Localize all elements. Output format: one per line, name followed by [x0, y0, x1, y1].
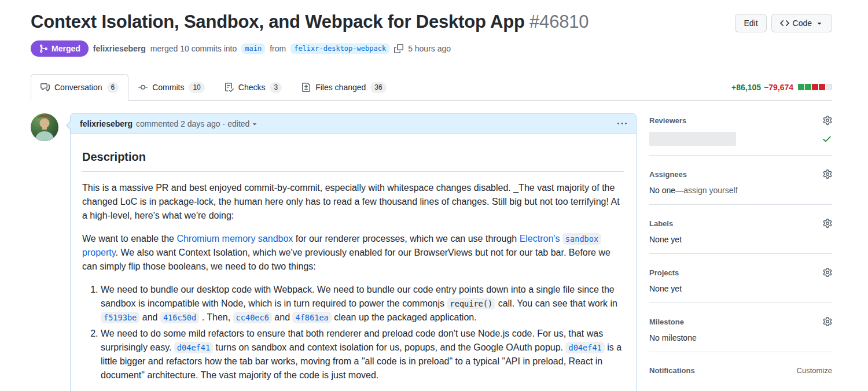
file-diff-icon [301, 83, 311, 92]
diff-block-del [819, 84, 825, 90]
tab-counter: 36 [370, 82, 386, 93]
git-commit-icon [138, 83, 148, 92]
tab-label: Checks [238, 82, 266, 93]
gear-icon [823, 169, 832, 179]
tab-counter: 3 [270, 82, 282, 93]
diff-block-neutral [826, 84, 832, 90]
copy-icon[interactable] [394, 44, 403, 53]
triangle-down-icon [251, 120, 259, 128]
avatar-column [31, 113, 58, 391]
comment-body: Description This is a massive PR and bes… [71, 134, 636, 391]
tab-conversation[interactable]: Conversation 6 [31, 74, 128, 101]
tab-commits[interactable]: Commits 10 [128, 74, 215, 101]
sidebar-section-reviewers: Reviewers [649, 113, 832, 156]
commit-link[interactable]: cc40ec6 [233, 312, 272, 323]
pr-page: Context Isolation, Sandbox, and Webpack … [0, 12, 868, 391]
labels-empty-text: None yet [649, 235, 832, 244]
pr-title-text: Context Isolation, Sandbox, and Webpack … [31, 12, 525, 32]
avatar[interactable] [31, 113, 58, 141]
base-branch-label[interactable]: main [241, 43, 265, 54]
description-paragraph: This is a massive PR and best enjoyed co… [82, 181, 624, 223]
tab-label: Commits [152, 82, 184, 93]
milestone-empty-text: No milestone [649, 333, 832, 342]
list-item: We need to bundle our desktop code with … [101, 283, 624, 324]
projects-gear-button[interactable] [823, 268, 832, 277]
commit-link[interactable]: 416c50d [160, 312, 199, 323]
milestone-heading: Milestone [649, 318, 684, 326]
edited-label: edited [227, 119, 249, 128]
header-actions: Edit Code [735, 12, 832, 32]
conversation-timeline: felixrieseberg commented 2 days ago · ed… [31, 113, 637, 391]
reviewers-gear-button[interactable] [823, 116, 832, 125]
commit-link[interactable]: d04ef41 [174, 342, 213, 353]
assign-yourself-link[interactable]: assign yourself [683, 186, 737, 195]
edit-button[interactable]: Edit [735, 14, 766, 32]
assignees-empty-text: No one— [649, 186, 683, 195]
status-badge-label: Merged [52, 44, 80, 53]
diffstat-blocks [797, 83, 832, 92]
tab-checks[interactable]: Checks 3 [215, 74, 292, 101]
assignees-heading: Assignees [649, 170, 687, 179]
gear-icon [823, 116, 832, 125]
inline-link[interactable]: property [82, 248, 116, 257]
description-heading: Description [82, 148, 624, 172]
code-dropdown-button[interactable]: Code [771, 14, 832, 32]
inline-link[interactable]: Chromium memory sandbox [176, 234, 293, 244]
description-paragraph: We want to enable the Chromium memory sa… [82, 232, 624, 274]
gear-icon [823, 268, 832, 277]
pr-author-link[interactable]: felixrieseberg [93, 44, 146, 53]
labels-gear-button[interactable] [823, 219, 832, 228]
gear-icon [823, 219, 832, 228]
edited-dropdown[interactable]: edited [227, 119, 259, 128]
diffstat-additions: +86,105 [731, 83, 761, 92]
tab-counter: 6 [107, 82, 119, 93]
reviewer-row [649, 132, 832, 146]
diffstat-deletions: −79,674 [764, 83, 793, 92]
diffstat: +86,105 −79,674 [731, 83, 832, 100]
tab-counter: 10 [189, 82, 204, 93]
git-merge-icon [39, 44, 48, 53]
customize-link[interactable]: Customize [797, 366, 832, 375]
commit-link[interactable]: d04ef41 [565, 342, 604, 353]
gear-icon [823, 317, 832, 326]
commit-link[interactable]: f5193be [101, 312, 139, 323]
pr-number: #46810 [529, 12, 589, 32]
discussion-sidebar: Reviewers Assignees No one—assign yourse… [649, 113, 832, 391]
diff-block-del [812, 84, 818, 90]
inline-link[interactable]: Electron's [520, 234, 560, 244]
tabnav-tabs: Conversation 6 Commits 10 Checks 3 Files… [31, 74, 396, 100]
sidebar-section-labels: Labels None yet [649, 214, 832, 254]
pr-header: Context Isolation, Sandbox, and Webpack … [31, 12, 832, 57]
comment-author-link[interactable]: felixrieseberg [80, 119, 133, 128]
assignees-gear-button[interactable] [823, 169, 832, 179]
pr-tabnav: Conversation 6 Commits 10 Checks 3 Files… [31, 74, 832, 101]
from-text: from [270, 44, 286, 53]
merged-time: 5 hours ago [408, 44, 451, 53]
merge-action-text: merged 10 commits into [150, 44, 237, 53]
notifications-heading: Notifications [649, 366, 695, 375]
commit-link[interactable]: 4f861ea [292, 312, 331, 323]
reviewers-heading: Reviewers [649, 116, 686, 125]
checklist-icon [225, 83, 234, 92]
comment-meta: commented 2 days ago [136, 119, 220, 128]
list-item: We need to do some mild refactors to ens… [101, 327, 624, 382]
description-list: We need to bundle our desktop code with … [82, 283, 624, 382]
comment-options-kebab[interactable] [617, 119, 627, 128]
commit-link[interactable]: sandbox [562, 233, 601, 245]
pr-description-comment: felixrieseberg commented 2 days ago · ed… [70, 113, 637, 391]
tab-files-changed[interactable]: Files changed 36 [292, 74, 396, 101]
pr-meta-row: Merged felixrieseberg merged 10 commits … [31, 40, 832, 57]
comment-header: felixrieseberg commented 2 days ago · ed… [71, 114, 636, 134]
head-branch-label[interactable]: felixr-desktop-webpack [290, 43, 389, 54]
comment-discussion-icon [41, 83, 50, 92]
sidebar-section-notifications: Notifications Customize [649, 362, 832, 391]
avatar-image [31, 113, 58, 141]
diff-block-add [805, 84, 811, 90]
tab-label: Files changed [315, 82, 366, 93]
tab-label: Conversation [54, 82, 102, 93]
milestone-gear-button[interactable] [823, 317, 832, 326]
kebab-icon [617, 119, 627, 128]
chevron-down-icon [815, 19, 823, 27]
meta-separator: · [223, 119, 226, 128]
status-badge: Merged [31, 40, 89, 57]
